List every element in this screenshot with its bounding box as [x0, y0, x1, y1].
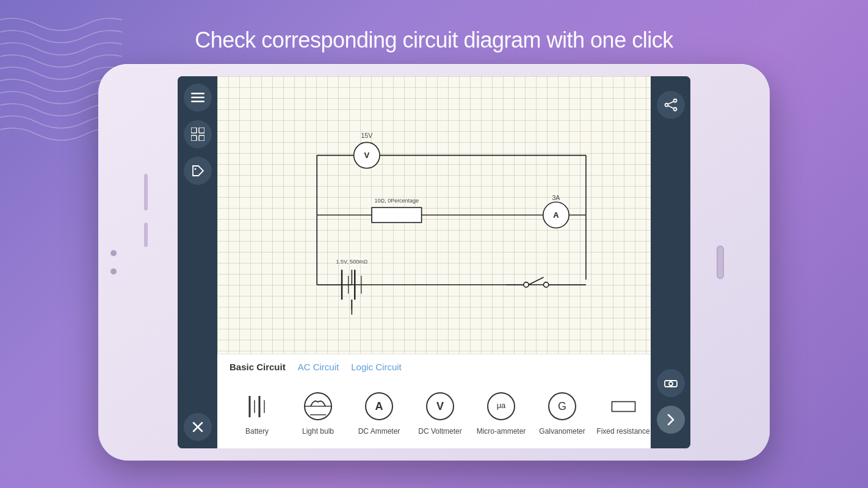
- svg-point-16: [669, 382, 673, 386]
- battery-component[interactable]: Battery: [230, 390, 284, 436]
- resistor-label: 10Ω, 0Percentage: [375, 198, 419, 204]
- svg-text:V: V: [364, 151, 369, 160]
- left-sidebar: [178, 76, 217, 448]
- svg-text:A: A: [553, 210, 559, 220]
- svg-rect-21: [372, 207, 422, 222]
- svg-rect-58: [612, 401, 635, 411]
- galvanometer-label-text: Galvanometer: [539, 427, 585, 436]
- tab-bar: Basic Circuit AC Circuit Logic Circuit: [217, 354, 651, 377]
- svg-text:μa: μa: [496, 401, 505, 410]
- svg-point-12: [673, 108, 676, 111]
- tablet: A 3A V 15V 10Ω, 0Percentage: [98, 64, 770, 461]
- volume-down-button[interactable]: [144, 223, 148, 247]
- ammeter-component[interactable]: A DC Ammeter: [352, 390, 407, 436]
- next-button[interactable]: [657, 406, 685, 434]
- lightbulb-icon: [302, 390, 335, 423]
- headline: Check corresponding circuit diagram with…: [0, 27, 868, 53]
- share-button[interactable]: [657, 91, 685, 119]
- voltmeter-label: 15V: [361, 132, 373, 139]
- battery-label-text: Battery: [245, 427, 269, 436]
- svg-text:A: A: [375, 400, 383, 412]
- tab-ac-circuit[interactable]: AC Circuit: [298, 361, 339, 373]
- svg-text:G: G: [557, 400, 566, 412]
- micro-ammeter-label-text: Micro-ammeter: [477, 427, 526, 436]
- ammeter-label-text: DC Ammeter: [358, 427, 400, 436]
- eraser-button[interactable]: [657, 369, 685, 397]
- battery-icon: [241, 390, 274, 423]
- ammeter-label: 3A: [552, 194, 560, 201]
- camera-dot-2: [110, 268, 117, 274]
- svg-rect-0: [191, 93, 204, 95]
- micro-ammeter-component[interactable]: μa Micro-ammeter: [474, 390, 529, 436]
- svg-line-40: [529, 278, 543, 285]
- lightbulb-label-text: Light bulb: [302, 427, 334, 436]
- volume-up-button[interactable]: [144, 174, 148, 210]
- svg-point-38: [524, 282, 529, 287]
- circuit-canvas[interactable]: A 3A V 15V 10Ω, 0Percentage: [217, 76, 651, 354]
- voltmeter-icon: V: [424, 390, 457, 423]
- tab-basic-circuit[interactable]: Basic Circuit: [230, 361, 286, 373]
- circuit-diagram: A 3A V 15V 10Ω, 0Percentage: [217, 76, 651, 354]
- svg-rect-4: [199, 127, 204, 133]
- svg-line-13: [668, 101, 674, 104]
- fixed-resistance-icon: [607, 390, 640, 423]
- galvanometer-component[interactable]: G Galvanometer: [535, 390, 590, 436]
- home-button[interactable]: [717, 246, 724, 279]
- components-row: Battery Light bulb: [217, 377, 651, 448]
- svg-rect-5: [191, 135, 197, 141]
- svg-line-14: [668, 106, 674, 109]
- svg-point-39: [544, 282, 549, 287]
- bottom-panel: Basic Circuit AC Circuit Logic Circuit: [217, 354, 651, 448]
- camera-area: [110, 250, 117, 274]
- main-area: A 3A V 15V 10Ω, 0Percentage: [217, 76, 651, 448]
- svg-rect-2: [191, 101, 204, 102]
- battery-label: 1.5V, 500mΩ: [336, 259, 367, 265]
- tab-logic-circuit[interactable]: Logic Circuit: [351, 361, 402, 373]
- svg-rect-1: [191, 97, 204, 99]
- right-sidebar: [651, 76, 690, 448]
- svg-text:V: V: [436, 400, 443, 412]
- fixed-resistance-component[interactable]: Fixed resistance: [596, 390, 651, 436]
- ammeter-icon: A: [363, 390, 396, 423]
- svg-point-11: [665, 104, 668, 107]
- lightbulb-component[interactable]: Light bulb: [291, 390, 345, 436]
- screen: A 3A V 15V 10Ω, 0Percentage: [178, 76, 690, 448]
- fixed-resistance-label-text: Fixed resistance: [596, 427, 649, 436]
- svg-point-7: [194, 168, 196, 170]
- camera-dot-1: [110, 250, 117, 256]
- tag-button[interactable]: [184, 157, 212, 185]
- menu-button[interactable]: [184, 84, 212, 112]
- voltmeter-label-text: DC Voltmeter: [418, 427, 461, 436]
- close-button[interactable]: [184, 413, 212, 441]
- svg-point-10: [673, 99, 676, 102]
- svg-rect-3: [191, 127, 197, 133]
- voltmeter-component[interactable]: V DC Voltmeter: [413, 390, 468, 436]
- grid-button[interactable]: [184, 120, 212, 148]
- galvanometer-icon: G: [546, 390, 579, 423]
- svg-rect-6: [199, 135, 204, 141]
- micro-ammeter-icon: μa: [485, 390, 518, 423]
